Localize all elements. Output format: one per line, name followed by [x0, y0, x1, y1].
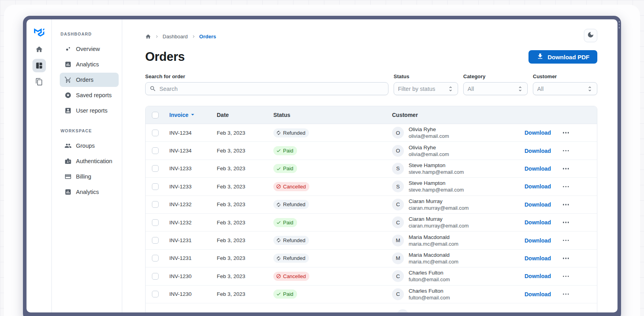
- row-menu-button[interactable]: [562, 166, 570, 171]
- date-cell: Feb 3, 2023: [212, 273, 269, 279]
- breadcrumb-orders: Orders: [199, 34, 216, 40]
- table-row: INV-1232Feb 3, 2023PaidCCiaran Murraycia…: [146, 214, 597, 231]
- bar-chart-tile-icon: [64, 188, 72, 196]
- row-menu-button[interactable]: [562, 292, 570, 297]
- row-menu-button[interactable]: [562, 202, 570, 207]
- breadcrumb-dashboard[interactable]: Dashboard: [163, 34, 188, 40]
- sidebar-item-groups[interactable]: Groups: [60, 139, 119, 153]
- status-badge: Cancelled: [273, 272, 309, 281]
- table-row: INV-1233Feb 3, 2023CancelledSSteve Hampt…: [146, 178, 597, 196]
- column-header-invoice[interactable]: Invoice: [165, 111, 212, 119]
- customer-email: fulton@email.com: [409, 276, 450, 283]
- invoice-cell: INV-1234: [165, 130, 212, 136]
- table-row: INV-1230Feb 3, 2023CancelledCCharles Ful…: [146, 267, 597, 285]
- table-row: INV-1230Feb 3, 2023PaidCCharles Fultonfu…: [146, 286, 597, 303]
- sidebar-item-analytics[interactable]: Analytics: [60, 185, 119, 199]
- search-input[interactable]: [145, 82, 388, 95]
- sidebar-item-overview[interactable]: Overview: [60, 42, 119, 56]
- sidebar-item-user-reports[interactable]: User reports: [60, 103, 119, 118]
- row-checkbox[interactable]: [152, 219, 159, 226]
- search-field[interactable]: [159, 86, 384, 92]
- customer-name: Charles Fulton: [409, 288, 450, 294]
- rail-button-dashboard-tiles[interactable]: [32, 59, 46, 72]
- date-cell: Feb 3, 2023: [212, 291, 269, 297]
- customer-email: maria.mc@email.com: [409, 241, 458, 247]
- avatar: C: [392, 288, 404, 300]
- star-circle-icon: [64, 92, 72, 99]
- download-link[interactable]: Download: [525, 130, 551, 136]
- row-menu-button[interactable]: [562, 220, 570, 225]
- sidebar-section-label: DASHBOARD: [60, 32, 119, 36]
- autorenew-icon: [276, 238, 281, 243]
- download-link[interactable]: Download: [525, 237, 551, 244]
- row-checkbox[interactable]: [152, 255, 159, 261]
- theme-toggle-button[interactable]: [584, 29, 597, 42]
- status-badge: Cancelled: [273, 182, 309, 191]
- sidebar-item-label: User reports: [76, 107, 108, 114]
- row-checkbox[interactable]: [152, 130, 159, 136]
- row-checkbox[interactable]: [152, 147, 159, 154]
- download-link[interactable]: Download: [525, 291, 551, 297]
- customer-name: Steve Hampton: [409, 162, 464, 169]
- row-checkbox[interactable]: [152, 273, 159, 280]
- check-icon: [276, 166, 281, 171]
- autorenew-icon: [276, 256, 281, 261]
- rail-button-layers[interactable]: [32, 75, 46, 88]
- icon-rail: [27, 19, 52, 312]
- download-link[interactable]: Download: [525, 201, 551, 208]
- customer-name: Maria Macdonald: [409, 252, 458, 258]
- row-checkbox[interactable]: [152, 165, 159, 172]
- sidebar-section-label: WORKSPACE: [60, 128, 119, 133]
- download-link[interactable]: Download: [525, 148, 551, 154]
- sidebar-item-label: Overview: [76, 46, 100, 52]
- app-surface: DASHBOARDOverviewAnalyticsOrdersSaved re…: [27, 19, 617, 312]
- sidebar-item-label: Orders: [76, 77, 93, 83]
- sidebar: DASHBOARDOverviewAnalyticsOrdersSaved re…: [52, 19, 122, 312]
- mui-logo-icon[interactable]: [32, 24, 47, 40]
- sidebar-item-billing[interactable]: Billing: [60, 169, 119, 184]
- sidebar-item-label: Authentication: [76, 158, 112, 164]
- download-link[interactable]: Download: [525, 273, 551, 279]
- status-badge: Paid: [273, 146, 297, 155]
- status-badge: Refunded: [273, 128, 309, 137]
- filter-select-customer[interactable]: All: [533, 82, 597, 95]
- unfold-more-icon: [517, 86, 523, 92]
- groups-icon: [64, 142, 72, 149]
- row-menu-button[interactable]: [562, 130, 570, 135]
- download-link[interactable]: Download: [525, 183, 551, 190]
- avatar: C: [392, 199, 404, 211]
- download-link[interactable]: Download: [525, 166, 551, 172]
- credit-card-icon: [64, 173, 72, 180]
- select-all-checkbox[interactable]: [152, 112, 159, 118]
- avatar: C: [392, 270, 404, 282]
- row-menu-button[interactable]: [562, 238, 570, 243]
- row-checkbox[interactable]: [152, 291, 159, 297]
- download-link[interactable]: Download: [525, 255, 551, 261]
- row-menu-button[interactable]: [562, 149, 570, 153]
- app-window: DASHBOARDOverviewAnalyticsOrdersSaved re…: [23, 16, 621, 316]
- row-checkbox[interactable]: [152, 201, 159, 208]
- sidebar-item-authentication[interactable]: Authentication: [60, 154, 119, 168]
- filter-select-category[interactable]: All: [463, 82, 528, 95]
- sidebar-item-orders[interactable]: Orders: [60, 73, 119, 87]
- home-icon[interactable]: [145, 34, 151, 40]
- row-checkbox[interactable]: [152, 237, 159, 244]
- customer-name: Olivia Ryhe: [409, 126, 449, 133]
- row-checkbox[interactable]: [152, 183, 159, 190]
- badge-icon: [64, 158, 72, 165]
- row-menu-button[interactable]: [562, 256, 570, 261]
- row-menu-button[interactable]: [562, 274, 570, 279]
- column-header-customer: Customer: [387, 112, 515, 118]
- sidebar-item-analytics[interactable]: Analytics: [60, 57, 119, 71]
- download-pdf-button[interactable]: Download PDF: [528, 50, 597, 64]
- download-link[interactable]: Download: [525, 219, 551, 226]
- filter-select-status[interactable]: Filter by status: [394, 82, 458, 95]
- sidebar-item-saved-reports[interactable]: Saved reports: [60, 88, 119, 102]
- sidebar-item-label: Analytics: [76, 61, 99, 68]
- select-value: Filter by status: [398, 86, 435, 92]
- rail-button-home[interactable]: [32, 43, 46, 56]
- row-menu-button[interactable]: [562, 184, 570, 189]
- date-cell: Feb 3, 2023: [212, 237, 269, 243]
- customer-name: Olivia Ryhe: [409, 144, 449, 151]
- moon-icon: [587, 31, 594, 40]
